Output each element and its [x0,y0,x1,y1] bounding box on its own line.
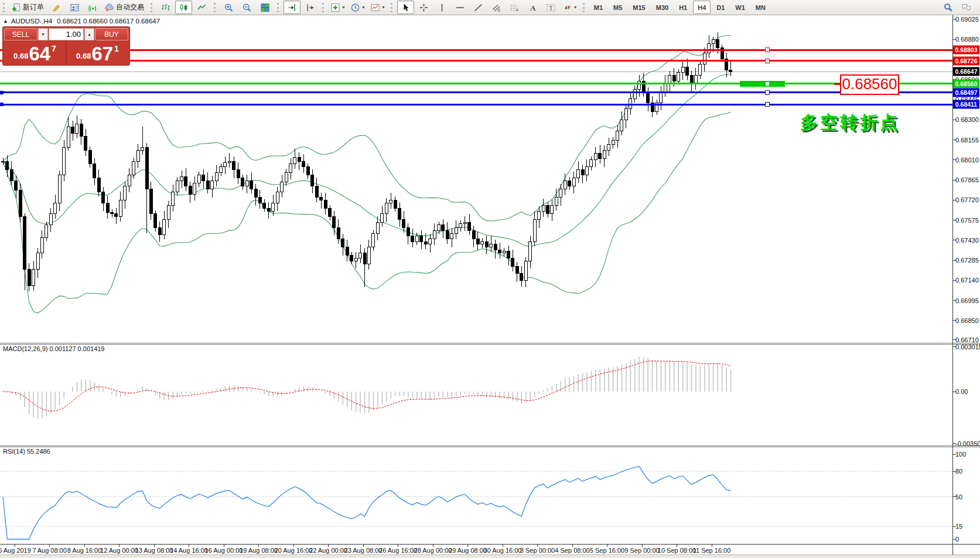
candle-body [664,84,667,92]
timeframe-w1-button[interactable]: W1 [730,1,750,14]
equidistant-channel-button[interactable]: E [488,1,505,14]
metaeditor-button[interactable] [48,1,65,14]
line-handle[interactable] [0,91,4,94]
timeframe-m15-button[interactable]: M15 [628,1,650,14]
price-tick-label: 0.67575 [955,217,979,224]
candle-body [106,203,109,213]
volume-increase-button[interactable]: ▲ [84,28,94,40]
candlestick-chart-button[interactable] [175,1,192,14]
buy-button[interactable]: BUY [95,28,128,40]
candle-body [76,124,78,134]
price-tick-label: 0.66850 [955,317,979,324]
cursor-button[interactable] [397,1,414,14]
line-chart-button[interactable] [193,1,210,14]
zoom-out-button[interactable] [238,1,255,14]
candle-body [551,206,554,214]
candle-body [10,169,13,181]
periods-button[interactable]: ▼ [349,1,367,14]
candle-body [84,137,87,151]
volume-decrease-button[interactable]: ▼ [38,28,48,40]
date-label: 12 Aug 00:00 [100,547,138,554]
vertical-line-button[interactable] [433,1,450,14]
candles-icon [179,3,189,12]
bull-bear-turning-point-note[interactable]: 多空转折点 [800,111,900,135]
timeframe-m5-button[interactable]: M5 [609,1,627,14]
candle-body [329,209,332,217]
date-label: 14 Aug 16:00 [170,547,208,554]
candle-body [372,233,375,247]
timeframe-m30-button[interactable]: M30 [651,1,673,14]
tile-windows-button[interactable] [257,1,274,14]
search-button[interactable] [940,1,957,14]
buy-price-display[interactable]: 0.68 67 1 [66,42,128,64]
line-handle[interactable] [765,103,769,107]
templates-button[interactable]: ▼ [368,1,387,14]
line-handle[interactable] [765,48,769,52]
chart-canvas[interactable] [0,0,980,558]
date-label: 6 Aug 2019 [0,547,31,554]
signals-button[interactable] [84,1,101,14]
line-handle[interactable] [765,59,769,63]
candle-body [446,230,449,239]
symbol-period-label: AUDUSD-,H4 [11,18,52,25]
candle-body [647,92,650,103]
candle-body [293,157,296,164]
price-tick-label: 0.69025 [955,16,979,23]
panel-collapse-toggle[interactable]: ▲ [3,18,8,24]
timeframe-d1-button[interactable]: D1 [712,1,729,14]
text-icon: A [528,3,538,12]
text-label-button[interactable]: T [542,1,559,14]
candle-body [193,183,196,195]
candle-body [245,181,248,186]
candle-body [172,192,175,206]
candle-body [515,267,518,274]
timeframe-mn-button[interactable]: MN [751,1,770,14]
candle-body [660,92,663,103]
crosshair-button[interactable] [415,1,432,14]
candle-body [224,163,227,167]
sell-button[interactable]: SELL [4,28,37,40]
price-callout-box[interactable]: 0.68560 [840,74,899,95]
candle-body [124,186,127,200]
crosshair-icon [419,3,429,12]
macd-indicator [3,357,730,419]
indicators-button[interactable]: ▼ [329,1,347,14]
candle-body [455,228,457,233]
candle-body [67,127,70,147]
line-handle[interactable] [0,103,4,106]
candle-body [315,186,318,198]
candle-body [367,247,370,264]
search-icon [943,3,953,12]
fibonacci-button[interactable]: F [506,1,523,14]
candle-body [167,206,170,220]
candle-body [503,251,506,253]
timeframe-h4-button[interactable]: H4 [693,1,711,14]
zoom-in-button[interactable] [220,1,237,14]
candle-body [559,189,562,197]
autotrading-button[interactable]: 自动交易 [103,1,147,14]
volume-input[interactable] [49,28,84,40]
auto-scroll-button[interactable] [284,1,301,14]
candle-body [132,161,135,175]
candle-body [594,153,597,160]
line-handle[interactable] [765,90,769,94]
line-handle[interactable] [765,81,769,86]
horizontal-line-button[interactable] [452,1,469,14]
market-button[interactable] [66,1,83,14]
candle-body [306,167,309,175]
candle-body [712,39,715,43]
arrows-button[interactable]: ▼ [561,1,579,14]
candle-body [115,214,118,217]
new-order-button[interactable]: 新订单 [9,1,47,14]
bar-chart-button[interactable] [157,1,174,14]
trendline-button[interactable] [470,1,487,14]
sell-price-display[interactable]: 0.68 64 7 [4,42,66,64]
chart-shift-button[interactable] [302,1,319,14]
chat-icon [961,3,971,12]
timeframe-h1-button[interactable]: H1 [674,1,692,14]
text-button[interactable]: A [524,1,541,14]
community-chat-button[interactable] [958,1,975,14]
timeframe-m1-button[interactable]: M1 [589,1,607,14]
timeframe-toolbar: M1M5M15M30H1H4D1W1MN [589,1,771,14]
support-zone-rect[interactable] [740,81,785,87]
